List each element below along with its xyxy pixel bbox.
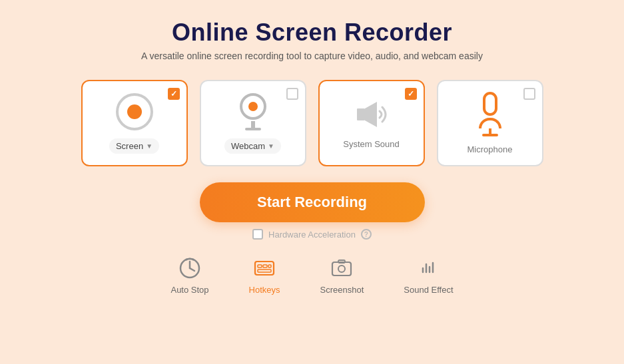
help-icon[interactable]: ? [361, 229, 372, 240]
bottom-item-hotkeys[interactable]: Hotkeys [249, 256, 280, 295]
subtitle: A versatile online screen recording tool… [141, 51, 483, 61]
microphone-checkbox[interactable] [523, 88, 535, 100]
system-sound-checkbox[interactable]: ✓ [405, 88, 417, 100]
mic-base [482, 134, 498, 136]
hotkeys-icon [252, 256, 277, 281]
svg-rect-10 [268, 265, 271, 268]
mic-line [489, 128, 491, 134]
screen-chevron-icon: ▼ [146, 142, 153, 150]
option-microphone[interactable]: Microphone [437, 80, 543, 166]
microphone-label: Microphone [468, 144, 513, 154]
screenshot-icon [329, 256, 354, 281]
webcam-base [245, 128, 261, 130]
mic-graphic [479, 92, 501, 136]
system-sound-label: System Sound [343, 139, 400, 149]
svg-point-5 [186, 259, 188, 261]
mic-stand [479, 118, 501, 136]
check-mark: ✓ [170, 90, 177, 98]
svg-point-6 [192, 259, 194, 261]
hw-acceleration-label: Hardware Acceleration [268, 230, 356, 240]
page-title: Online Screen Recorder [141, 19, 483, 47]
auto-stop-label: Auto Stop [170, 285, 208, 295]
webcam-lens [240, 93, 266, 120]
start-recording-button[interactable]: Start Recording [200, 182, 425, 222]
hw-acceleration-checkbox[interactable] [252, 229, 263, 240]
svg-rect-12 [332, 262, 351, 275]
sound-effect-label: Sound Effect [404, 285, 453, 295]
bottom-item-auto-stop[interactable]: Auto Stop [170, 256, 208, 295]
check-mark: ✓ [408, 90, 414, 98]
screen-checkbox[interactable]: ✓ [168, 88, 180, 100]
option-webcam[interactable]: Webcam ▼ [200, 80, 306, 166]
screen-label: Screen [116, 141, 143, 151]
svg-rect-11 [258, 270, 271, 272]
option-system-sound[interactable]: ✓ System Sound [318, 80, 425, 166]
header-section: Online Screen Recorder A versatile onlin… [141, 0, 483, 61]
webcam-dot [248, 102, 258, 111]
svg-marker-1 [365, 102, 377, 127]
svg-rect-9 [263, 265, 267, 268]
svg-line-4 [190, 268, 194, 271]
webcam-icon [240, 93, 266, 130]
bottom-item-screenshot[interactable]: Screenshot [320, 256, 364, 295]
bottom-item-sound-effect[interactable]: Sound Effect [404, 256, 453, 295]
speaker-svg [353, 98, 390, 131]
webcam-label: Webcam [231, 141, 265, 151]
mic-body [483, 92, 497, 116]
screen-circle [116, 93, 153, 130]
webcam-label-row[interactable]: Webcam ▼ [224, 138, 281, 154]
screenshot-label: Screenshot [320, 285, 364, 295]
hotkeys-label: Hotkeys [249, 285, 280, 295]
svg-rect-8 [258, 265, 262, 268]
screen-icon [116, 93, 153, 130]
screen-dot [127, 104, 142, 119]
microphone-icon [479, 92, 501, 136]
webcam-checkbox[interactable] [286, 88, 298, 100]
svg-point-13 [338, 266, 345, 272]
hw-acceleration-row: Hardware Acceleration ? [252, 229, 372, 240]
auto-stop-icon [177, 256, 202, 281]
webcam-chevron-icon: ▼ [268, 142, 274, 150]
screen-label-row[interactable]: Screen ▼ [109, 138, 159, 154]
mic-arc [479, 118, 501, 128]
bottom-tools-row: Auto Stop Hotkeys Screenshot [170, 256, 453, 295]
options-row: ✓ Screen ▼ Webcam ▼ [81, 80, 543, 166]
option-screen[interactable]: ✓ Screen ▼ [81, 80, 188, 166]
system-sound-icon [353, 98, 390, 131]
sound-effect-icon [416, 256, 441, 281]
svg-rect-0 [357, 108, 365, 120]
webcam-stand [251, 121, 255, 128]
webcam-graphic [240, 93, 266, 130]
svg-rect-7 [255, 262, 274, 275]
